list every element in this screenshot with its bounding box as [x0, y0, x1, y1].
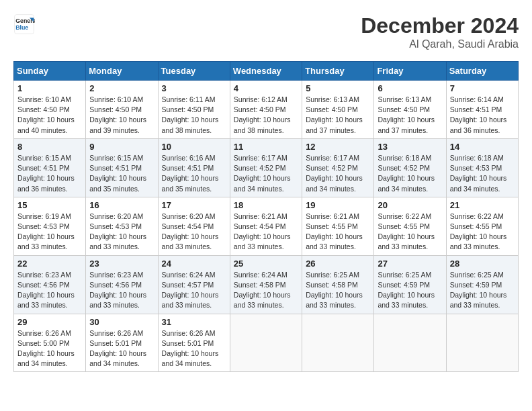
day-number: 27: [378, 259, 442, 269]
day-number: 2: [89, 83, 154, 93]
day-number: 25: [234, 259, 298, 269]
calendar-cell: 30Sunrise: 6:26 AM Sunset: 5:01 PM Dayli…: [86, 314, 158, 372]
logo-icon: General Blue: [13, 13, 35, 35]
day-info: Sunrise: 6:22 AM Sunset: 4:55 PM Dayligh…: [378, 212, 442, 253]
calendar-cell: 29Sunrise: 6:26 AM Sunset: 5:00 PM Dayli…: [14, 314, 86, 372]
day-info: Sunrise: 6:17 AM Sunset: 4:52 PM Dayligh…: [306, 153, 370, 194]
day-info: Sunrise: 6:10 AM Sunset: 4:50 PM Dayligh…: [17, 95, 82, 136]
day-number: 12: [306, 142, 370, 152]
calendar-cell: [230, 314, 302, 372]
day-info: Sunrise: 6:15 AM Sunset: 4:51 PM Dayligh…: [17, 153, 82, 194]
calendar-table: SundayMondayTuesdayWednesdayThursdayFrid…: [13, 61, 519, 372]
calendar-week-row: 15Sunrise: 6:19 AM Sunset: 4:53 PM Dayli…: [14, 197, 519, 255]
header-thursday: Thursday: [302, 62, 374, 81]
calendar-header-row: SundayMondayTuesdayWednesdayThursdayFrid…: [14, 62, 519, 81]
day-number: 30: [89, 317, 154, 327]
day-number: 6: [378, 83, 442, 93]
day-number: 19: [306, 200, 370, 210]
day-info: Sunrise: 6:26 AM Sunset: 5:01 PM Dayligh…: [89, 328, 154, 369]
svg-text:Blue: Blue: [15, 24, 28, 31]
day-number: 29: [17, 317, 82, 327]
day-info: Sunrise: 6:25 AM Sunset: 4:59 PM Dayligh…: [378, 270, 442, 311]
calendar-cell: 22Sunrise: 6:23 AM Sunset: 4:56 PM Dayli…: [14, 255, 86, 314]
calendar-cell: 18Sunrise: 6:21 AM Sunset: 4:54 PM Dayli…: [230, 197, 302, 255]
calendar-cell: 9Sunrise: 6:15 AM Sunset: 4:51 PM Daylig…: [86, 138, 158, 197]
day-info: Sunrise: 6:12 AM Sunset: 4:50 PM Dayligh…: [234, 95, 298, 136]
day-info: Sunrise: 6:18 AM Sunset: 4:52 PM Dayligh…: [378, 153, 442, 194]
day-number: 1: [17, 83, 82, 93]
day-number: 21: [450, 200, 515, 210]
calendar-cell: 8Sunrise: 6:15 AM Sunset: 4:51 PM Daylig…: [14, 138, 86, 197]
day-info: Sunrise: 6:23 AM Sunset: 4:56 PM Dayligh…: [17, 270, 82, 311]
day-info: Sunrise: 6:24 AM Sunset: 4:57 PM Dayligh…: [162, 270, 226, 311]
day-info: Sunrise: 6:14 AM Sunset: 4:51 PM Dayligh…: [450, 95, 515, 136]
calendar-cell: [374, 314, 446, 372]
calendar-cell: 13Sunrise: 6:18 AM Sunset: 4:52 PM Dayli…: [374, 138, 446, 197]
day-info: Sunrise: 6:22 AM Sunset: 4:55 PM Dayligh…: [450, 212, 515, 253]
calendar-cell: 12Sunrise: 6:17 AM Sunset: 4:52 PM Dayli…: [302, 138, 374, 197]
day-info: Sunrise: 6:11 AM Sunset: 4:50 PM Dayligh…: [162, 95, 226, 136]
day-number: 24: [162, 259, 226, 269]
calendar-cell: 17Sunrise: 6:20 AM Sunset: 4:54 PM Dayli…: [158, 197, 230, 255]
calendar-cell: 6Sunrise: 6:13 AM Sunset: 4:50 PM Daylig…: [374, 81, 446, 139]
calendar-cell: 2Sunrise: 6:10 AM Sunset: 4:50 PM Daylig…: [86, 81, 158, 139]
calendar-cell: 4Sunrise: 6:12 AM Sunset: 4:50 PM Daylig…: [230, 81, 302, 139]
calendar-week-row: 8Sunrise: 6:15 AM Sunset: 4:51 PM Daylig…: [14, 138, 519, 197]
header-monday: Monday: [86, 62, 158, 81]
calendar-cell: 31Sunrise: 6:26 AM Sunset: 5:01 PM Dayli…: [158, 314, 230, 372]
title-block: December 2024 Al Qarah, Saudi Arabia: [361, 13, 519, 50]
day-number: 8: [17, 142, 82, 152]
day-info: Sunrise: 6:26 AM Sunset: 5:01 PM Dayligh…: [162, 328, 226, 369]
day-number: 11: [234, 142, 298, 152]
day-number: 31: [162, 317, 226, 327]
day-number: 16: [89, 200, 154, 210]
day-info: Sunrise: 6:24 AM Sunset: 4:58 PM Dayligh…: [234, 270, 298, 311]
calendar-cell: 23Sunrise: 6:23 AM Sunset: 4:56 PM Dayli…: [86, 255, 158, 314]
header-friday: Friday: [374, 62, 446, 81]
day-number: 20: [378, 200, 442, 210]
day-number: 23: [89, 259, 154, 269]
day-number: 22: [17, 259, 82, 269]
day-info: Sunrise: 6:21 AM Sunset: 4:54 PM Dayligh…: [234, 212, 298, 253]
day-info: Sunrise: 6:21 AM Sunset: 4:55 PM Dayligh…: [306, 212, 370, 253]
day-info: Sunrise: 6:10 AM Sunset: 4:50 PM Dayligh…: [89, 95, 154, 136]
day-number: 13: [378, 142, 442, 152]
day-info: Sunrise: 6:23 AM Sunset: 4:56 PM Dayligh…: [89, 270, 154, 311]
day-info: Sunrise: 6:19 AM Sunset: 4:53 PM Dayligh…: [17, 212, 82, 253]
month-year: December 2024: [361, 13, 519, 38]
day-info: Sunrise: 6:13 AM Sunset: 4:50 PM Dayligh…: [378, 95, 442, 136]
day-info: Sunrise: 6:16 AM Sunset: 4:51 PM Dayligh…: [162, 153, 226, 194]
day-number: 15: [17, 200, 82, 210]
header-tuesday: Tuesday: [158, 62, 230, 81]
calendar-cell: 15Sunrise: 6:19 AM Sunset: 4:53 PM Dayli…: [14, 197, 86, 255]
header-sunday: Sunday: [14, 62, 86, 81]
calendar-cell: [446, 314, 518, 372]
calendar-cell: 14Sunrise: 6:18 AM Sunset: 4:53 PM Dayli…: [446, 138, 518, 197]
calendar-cell: 26Sunrise: 6:25 AM Sunset: 4:58 PM Dayli…: [302, 255, 374, 314]
day-number: 17: [162, 200, 226, 210]
day-info: Sunrise: 6:20 AM Sunset: 4:54 PM Dayligh…: [162, 212, 226, 253]
calendar-cell: 19Sunrise: 6:21 AM Sunset: 4:55 PM Dayli…: [302, 197, 374, 255]
day-info: Sunrise: 6:25 AM Sunset: 4:58 PM Dayligh…: [306, 270, 370, 311]
day-info: Sunrise: 6:18 AM Sunset: 4:53 PM Dayligh…: [450, 153, 515, 194]
location: Al Qarah, Saudi Arabia: [361, 38, 519, 50]
logo: General Blue: [13, 13, 35, 35]
calendar-cell: 25Sunrise: 6:24 AM Sunset: 4:58 PM Dayli…: [230, 255, 302, 314]
header-saturday: Saturday: [446, 62, 518, 81]
day-number: 28: [450, 259, 515, 269]
day-number: 7: [450, 83, 515, 93]
day-number: 26: [306, 259, 370, 269]
calendar-cell: 11Sunrise: 6:17 AM Sunset: 4:52 PM Dayli…: [230, 138, 302, 197]
day-number: 9: [89, 142, 154, 152]
calendar-cell: 7Sunrise: 6:14 AM Sunset: 4:51 PM Daylig…: [446, 81, 518, 139]
calendar-cell: 10Sunrise: 6:16 AM Sunset: 4:51 PM Dayli…: [158, 138, 230, 197]
calendar-week-row: 29Sunrise: 6:26 AM Sunset: 5:00 PM Dayli…: [14, 314, 519, 372]
calendar-cell: 28Sunrise: 6:25 AM Sunset: 4:59 PM Dayli…: [446, 255, 518, 314]
day-info: Sunrise: 6:25 AM Sunset: 4:59 PM Dayligh…: [450, 270, 515, 311]
calendar-cell: [302, 314, 374, 372]
day-info: Sunrise: 6:15 AM Sunset: 4:51 PM Dayligh…: [89, 153, 154, 194]
calendar-cell: 1Sunrise: 6:10 AM Sunset: 4:50 PM Daylig…: [14, 81, 86, 139]
calendar-cell: 16Sunrise: 6:20 AM Sunset: 4:53 PM Dayli…: [86, 197, 158, 255]
calendar-week-row: 22Sunrise: 6:23 AM Sunset: 4:56 PM Dayli…: [14, 255, 519, 314]
day-info: Sunrise: 6:26 AM Sunset: 5:00 PM Dayligh…: [17, 328, 82, 369]
